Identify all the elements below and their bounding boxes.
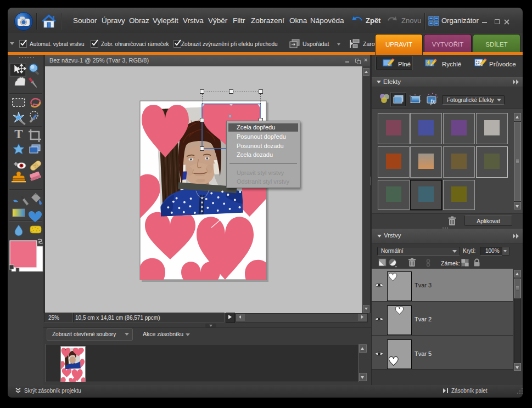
svg-text:2: 2	[478, 61, 480, 64]
svg-text:3: 3	[476, 63, 478, 66]
svg-text:T: T	[14, 127, 23, 141]
svg-text:fx: fx	[430, 98, 435, 105]
